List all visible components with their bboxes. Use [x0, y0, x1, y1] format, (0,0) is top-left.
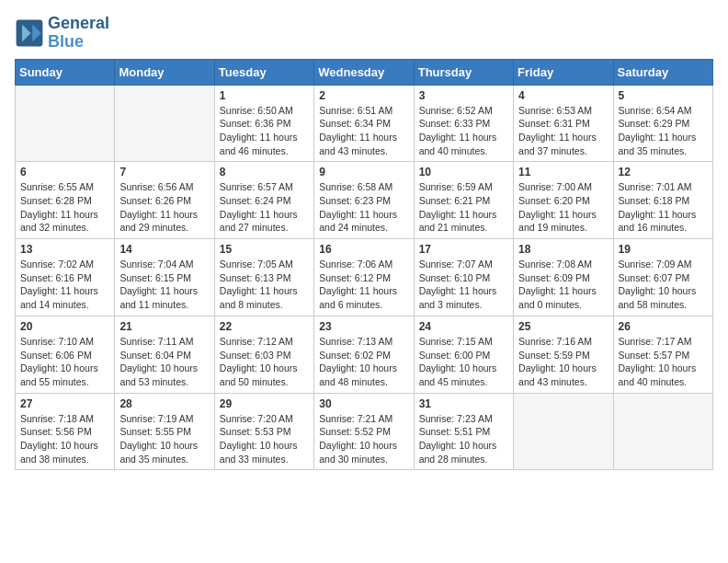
day-info: Daylight: 10 hours and 53 minutes. [119, 362, 209, 388]
day-number: 30 [319, 397, 408, 410]
day-number: 4 [518, 89, 608, 102]
day-info: Sunrise: 7:16 AM [518, 335, 608, 349]
day-info: Sunset: 6:09 PM [518, 271, 608, 285]
day-info: Sunset: 6:03 PM [220, 349, 309, 362]
day-info: Daylight: 11 hours and 0 minutes. [518, 284, 608, 311]
day-info: Sunset: 6:33 PM [419, 117, 508, 131]
calendar-body: 1Sunrise: 6:50 AMSunset: 6:36 PMDaylight… [16, 85, 713, 470]
calendar-day-cell: 21Sunrise: 7:11 AMSunset: 6:04 PMDayligh… [115, 316, 214, 393]
day-info: Sunrise: 6:50 AM [220, 104, 309, 118]
day-info: Sunset: 6:04 PM [119, 349, 209, 362]
day-info: Daylight: 10 hours and 48 minutes. [319, 362, 408, 388]
calendar-day-cell: 28Sunrise: 7:19 AMSunset: 5:55 PMDayligh… [115, 393, 214, 470]
day-info: Sunrise: 6:56 AM [119, 180, 209, 194]
day-info: Daylight: 11 hours and 35 minutes. [619, 131, 708, 157]
day-info: Sunset: 6:31 PM [518, 117, 608, 131]
day-info: Sunrise: 7:18 AM [20, 412, 109, 426]
day-info: Sunset: 6:00 PM [419, 349, 508, 362]
day-info: Sunrise: 7:13 AM [319, 335, 408, 349]
day-info: Sunrise: 6:51 AM [319, 104, 408, 118]
day-number: 23 [319, 320, 408, 333]
day-number: 21 [119, 320, 209, 333]
calendar-day-cell: 9Sunrise: 6:58 AMSunset: 6:23 PMDaylight… [314, 162, 414, 239]
day-info: Daylight: 11 hours and 8 minutes. [220, 284, 309, 311]
day-info: Sunrise: 7:08 AM [518, 258, 608, 271]
calendar-day-cell [514, 393, 613, 470]
calendar-day-cell: 14Sunrise: 7:04 AMSunset: 6:15 PMDayligh… [115, 239, 214, 316]
day-info: Daylight: 10 hours and 50 minutes. [220, 362, 309, 388]
day-info: Sunrise: 6:58 AM [319, 180, 408, 194]
day-info: Sunrise: 7:09 AM [619, 258, 708, 271]
day-info: Sunset: 6:26 PM [119, 194, 209, 208]
day-info: Sunset: 6:06 PM [20, 349, 109, 362]
day-info: Daylight: 11 hours and 27 minutes. [220, 208, 309, 235]
day-number: 13 [20, 243, 109, 256]
calendar-day-cell: 24Sunrise: 7:15 AMSunset: 6:00 PMDayligh… [414, 316, 513, 393]
day-info: Daylight: 11 hours and 29 minutes. [119, 208, 209, 235]
day-info: Sunset: 6:13 PM [220, 271, 309, 285]
day-number: 17 [419, 243, 508, 256]
day-info: Sunrise: 6:54 AM [619, 104, 708, 118]
calendar-day-cell: 4Sunrise: 6:53 AMSunset: 6:31 PMDaylight… [514, 85, 613, 162]
day-info: Sunset: 6:24 PM [220, 194, 309, 208]
day-number: 22 [220, 320, 309, 333]
weekday-header: Friday [514, 59, 613, 85]
calendar-day-cell: 31Sunrise: 7:23 AMSunset: 5:51 PMDayligh… [414, 393, 513, 470]
day-info: Sunset: 6:20 PM [518, 194, 608, 208]
calendar-day-cell: 8Sunrise: 6:57 AMSunset: 6:24 PMDaylight… [214, 162, 313, 239]
day-number: 25 [518, 320, 608, 333]
calendar-day-cell: 7Sunrise: 6:56 AMSunset: 6:26 PMDaylight… [115, 162, 214, 239]
day-info: Sunset: 6:10 PM [419, 271, 508, 285]
calendar-day-cell: 12Sunrise: 7:01 AMSunset: 6:18 PMDayligh… [613, 162, 712, 239]
day-info: Sunset: 5:53 PM [220, 425, 309, 439]
calendar-day-cell: 13Sunrise: 7:02 AMSunset: 6:16 PMDayligh… [16, 239, 115, 316]
day-info: Daylight: 11 hours and 24 minutes. [319, 208, 408, 235]
day-info: Sunset: 5:51 PM [419, 425, 508, 439]
calendar-day-cell: 6Sunrise: 6:55 AMSunset: 6:28 PMDaylight… [16, 162, 115, 239]
calendar-day-cell: 22Sunrise: 7:12 AMSunset: 6:03 PMDayligh… [214, 316, 313, 393]
day-info: Sunrise: 7:00 AM [518, 180, 608, 194]
day-info: Sunrise: 7:05 AM [220, 258, 309, 271]
day-number: 14 [119, 243, 209, 256]
logo: General Blue [15, 15, 109, 52]
calendar-day-cell: 25Sunrise: 7:16 AMSunset: 5:59 PMDayligh… [514, 316, 613, 393]
day-number: 20 [20, 320, 109, 333]
calendar-day-cell: 18Sunrise: 7:08 AMSunset: 6:09 PMDayligh… [514, 239, 613, 316]
calendar-week-row: 1Sunrise: 6:50 AMSunset: 6:36 PMDaylight… [16, 85, 713, 162]
day-info: Daylight: 11 hours and 43 minutes. [319, 131, 408, 157]
calendar-day-cell: 1Sunrise: 6:50 AMSunset: 6:36 PMDaylight… [214, 85, 313, 162]
day-info: Sunset: 5:56 PM [20, 425, 109, 439]
day-info: Sunset: 6:16 PM [20, 271, 109, 285]
day-info: Sunset: 6:07 PM [619, 271, 708, 285]
day-info: Sunrise: 6:52 AM [419, 104, 508, 118]
calendar-week-row: 6Sunrise: 6:55 AMSunset: 6:28 PMDaylight… [16, 162, 713, 239]
calendar-day-cell: 16Sunrise: 7:06 AMSunset: 6:12 PMDayligh… [314, 239, 414, 316]
calendar-day-cell: 29Sunrise: 7:20 AMSunset: 5:53 PMDayligh… [214, 393, 313, 470]
day-info: Sunrise: 6:55 AM [20, 180, 109, 194]
day-info: Daylight: 11 hours and 37 minutes. [518, 131, 608, 157]
day-info: Daylight: 11 hours and 32 minutes. [20, 208, 109, 235]
day-number: 19 [619, 243, 708, 256]
calendar-table: SundayMondayTuesdayWednesdayThursdayFrid… [15, 59, 713, 471]
day-number: 15 [220, 243, 309, 256]
day-info: Daylight: 11 hours and 46 minutes. [220, 131, 309, 157]
day-info: Daylight: 11 hours and 40 minutes. [419, 131, 508, 157]
day-info: Daylight: 11 hours and 19 minutes. [518, 208, 608, 235]
day-info: Daylight: 10 hours and 55 minutes. [20, 362, 109, 388]
day-info: Daylight: 11 hours and 14 minutes. [20, 284, 109, 311]
page-header: General Blue [15, 15, 713, 52]
day-number: 2 [319, 89, 408, 102]
day-info: Daylight: 10 hours and 40 minutes. [619, 362, 708, 388]
weekday-header-row: SundayMondayTuesdayWednesdayThursdayFrid… [16, 59, 713, 85]
day-info: Sunset: 6:23 PM [319, 194, 408, 208]
calendar-day-cell: 30Sunrise: 7:21 AMSunset: 5:52 PMDayligh… [314, 393, 414, 470]
calendar-day-cell: 10Sunrise: 6:59 AMSunset: 6:21 PMDayligh… [414, 162, 513, 239]
day-info: Daylight: 10 hours and 43 minutes. [518, 362, 608, 388]
weekday-header: Saturday [613, 59, 712, 85]
day-number: 1 [220, 89, 309, 102]
day-number: 24 [419, 320, 508, 333]
day-info: Daylight: 10 hours and 30 minutes. [319, 439, 408, 465]
day-info: Daylight: 10 hours and 28 minutes. [419, 439, 508, 465]
day-info: Sunrise: 7:12 AM [220, 335, 309, 349]
day-info: Daylight: 10 hours and 45 minutes. [419, 362, 508, 388]
